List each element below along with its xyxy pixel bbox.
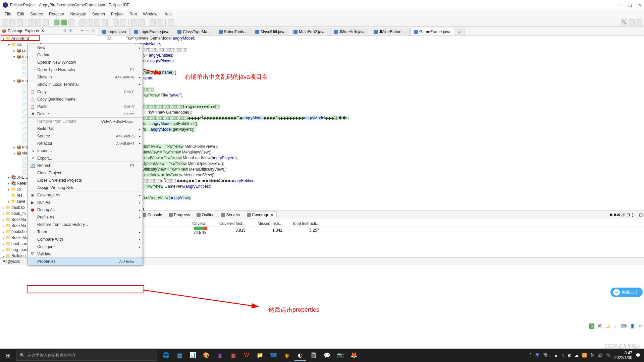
menu-item-paste[interactable]: 📋PasteCtrl+V [28, 103, 143, 110]
menu-run[interactable]: Run [127, 11, 140, 17]
tool-button[interactable] [102, 19, 108, 25]
collapse-all-icon[interactable]: ⊟ [62, 28, 67, 33]
app-icon[interactable]: ▣ [227, 350, 239, 361]
editor-tab[interactable]: StringTools... [215, 28, 251, 35]
app-icon[interactable]: ▣ [214, 350, 225, 361]
perspective-button[interactable] [629, 19, 635, 25]
view-menu-icon[interactable]: ▾ [79, 28, 84, 33]
menu-source[interactable]: Source [28, 11, 46, 17]
link-icon[interactable]: 🔗 [68, 28, 73, 33]
menu-item-go-into[interactable]: Go Into [28, 51, 143, 59]
tool-button[interactable] [139, 19, 145, 25]
tool-button[interactable] [28, 19, 34, 25]
app-icon[interactable]: 📊 [187, 350, 199, 361]
menu-item-export-[interactable]: ↗Export... [28, 155, 143, 162]
menu-item-open-in-new-window[interactable]: Open in New Window [28, 59, 143, 66]
app-icon[interactable]: ◉ [281, 350, 292, 361]
new-button[interactable] [2, 19, 8, 25]
remove-icon[interactable]: ✖ [609, 213, 613, 217]
app-explorer[interactable]: 📁 [254, 350, 266, 361]
minimize-icon[interactable]: ─ [635, 213, 638, 217]
tool-button[interactable] [94, 19, 100, 25]
menu-item-show-in[interactable]: Show InAlt+Shift+W▸ [28, 73, 143, 81]
tray-icon[interactable]: ◐ [568, 353, 571, 358]
tray-icon[interactable]: ☁ [575, 353, 579, 358]
menu-item-compare-with[interactable]: Compare With▸ [28, 236, 143, 243]
back-button[interactable] [150, 19, 156, 25]
maximize-icon[interactable]: ▢ [639, 213, 643, 217]
remove-all-icon[interactable]: ✖✖ [613, 213, 620, 217]
notification-icon[interactable]: 💬 [636, 353, 641, 358]
moon-icon[interactable]: 🌙 [605, 324, 610, 328]
menu-item-open-type-hierarchy[interactable]: Open Type HierarchyF4 [28, 66, 143, 73]
bottom-tab-servers[interactable]: Servers [218, 212, 243, 218]
menu-refactor[interactable]: Refactor [46, 11, 67, 17]
app-wechat[interactable]: 💬 [321, 350, 333, 361]
menu-item-properties[interactable]: PropertiesAlt+Enter [28, 258, 143, 265]
upload-pill[interactable]: ∞ 拖拽上传 [610, 288, 643, 297]
menu-item-show-in-local-terminal[interactable]: Show in Local Terminal▸ [28, 81, 143, 88]
menu-help[interactable]: Help [161, 11, 174, 17]
app-firefox[interactable]: 🦊 [348, 350, 360, 361]
app-vscode[interactable]: ⌨ [268, 350, 279, 361]
bottom-tab-console[interactable]: Console [139, 212, 165, 218]
menu-item-assign-working-sets-[interactable]: Assign Working Sets... [28, 184, 143, 191]
code-editor[interactable]: 32 "kw">private GameModel angryModel; ri… [97, 36, 644, 210]
col-total[interactable]: Total Instructi... [285, 221, 322, 226]
tray-icon[interactable]: ▲ [554, 353, 558, 358]
menu-item-refresh[interactable]: 🔄RefreshF5 [28, 162, 143, 169]
editor-tab[interactable]: ClassTypeMa... [174, 28, 214, 35]
perspective-java[interactable] [636, 19, 642, 25]
bottom-tab-progress[interactable]: Progress [166, 212, 193, 218]
app-icon[interactable]: 📷 [335, 350, 346, 361]
editor-tab[interactable]: JMineArth.java [330, 28, 369, 35]
editor-tab[interactable]: LoginFrame.java [130, 28, 173, 35]
forward-button[interactable] [157, 19, 163, 25]
bottom-tab-coverage[interactable]: Coverage ✕ [244, 212, 277, 218]
tool-button[interactable] [79, 19, 86, 25]
app-wps[interactable]: W [241, 350, 252, 361]
lang-icon[interactable]: 英 [598, 323, 602, 329]
save-all-button[interactable] [17, 19, 23, 25]
menu-item-configure[interactable]: Configure▸ [28, 243, 143, 250]
tray-icon[interactable]: 📶 [582, 353, 587, 358]
tray-icon[interactable]: ♫ [561, 353, 565, 358]
search-icon[interactable]: 🔍 [621, 19, 627, 25]
menu-item-refactor[interactable]: RefactorAlt+Shift+T▸ [28, 140, 143, 147]
menu-item-run-as[interactable]: ▶Run As▸ [28, 199, 143, 206]
menu-item-build-path[interactable]: Build Path▸ [28, 125, 143, 132]
maximize-button[interactable]: ▢ [628, 3, 632, 7]
col-missed[interactable]: Missed Instr... [248, 221, 285, 226]
app-eclipse[interactable]: ◐ [294, 350, 306, 361]
tool-button[interactable] [120, 19, 126, 25]
weather-icon[interactable]: ☔ [535, 353, 540, 358]
tab-overflow[interactable]: » [455, 28, 465, 35]
run-button[interactable] [61, 19, 67, 25]
menu-item-validate[interactable]: ☑Validate [28, 250, 143, 258]
keyboard-icon[interactable]: ⌨ [621, 324, 627, 328]
menu-item-copy[interactable]: 📋CopyCtrl+C [28, 88, 143, 96]
editor-tab[interactable]: JMineButton.... [370, 28, 410, 35]
menu-item-close-project[interactable]: Close Project [28, 169, 143, 177]
app-icon[interactable]: 🎨 [201, 350, 212, 361]
menu-item-debug-as[interactable]: 🐞Debug As▸ [28, 206, 143, 214]
close-button[interactable]: ✕ [638, 3, 641, 7]
ime-icon[interactable]: S [589, 323, 594, 329]
menu-item-close-unrelated-projects[interactable]: Close Unrelated Projects [28, 177, 143, 184]
user-icon[interactable]: 👤 [630, 324, 635, 328]
menu-item-import-[interactable]: ↘Import... [28, 147, 143, 155]
menu-window[interactable]: Window [140, 11, 160, 17]
editor-tab[interactable]: Login.java [99, 28, 130, 35]
menu-search[interactable]: Search [90, 11, 108, 17]
menu-item-copy-qualified-name[interactable]: 📋Copy Qualified Name [28, 96, 143, 103]
chevron-up-icon[interactable]: ˄ [530, 353, 532, 358]
menu-item-team[interactable]: Team▸ [28, 228, 143, 236]
menu-item-coverage-as[interactable]: ◉Coverage As▸ [28, 191, 143, 199]
menu-edit[interactable]: Edit [14, 11, 27, 17]
save-button[interactable] [9, 19, 15, 25]
menu-file[interactable]: File [2, 11, 14, 17]
minimize-button[interactable]: — [618, 3, 622, 7]
taskbar-search[interactable]: 🔍 在这里输入你要搜索的内容 [16, 350, 157, 361]
tool-button[interactable] [43, 19, 49, 25]
tray-icon[interactable]: 🔊 [598, 353, 603, 358]
